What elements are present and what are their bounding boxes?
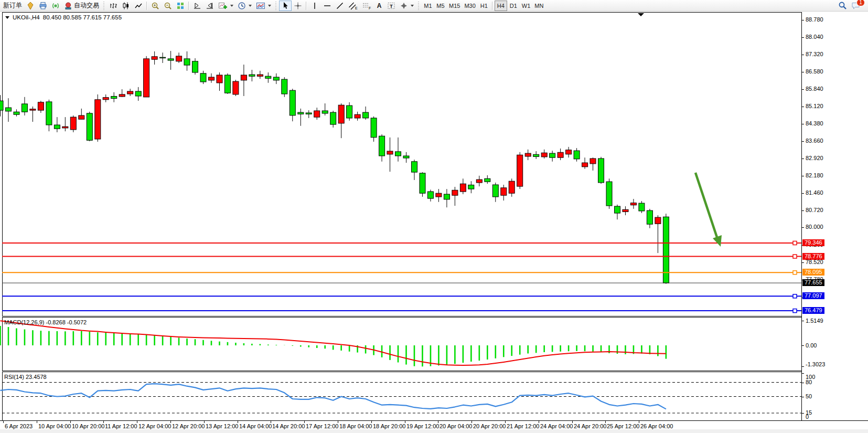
vertical-line-tool-button[interactable]	[308, 1, 321, 11]
candle-body	[298, 112, 304, 114]
timeframe-mn-button[interactable]: MN	[532, 1, 545, 11]
price-level-badge[interactable]: 76.479	[802, 307, 824, 314]
candle-body	[38, 102, 44, 110]
time-tick-label: 11 Apr 12:00	[105, 423, 137, 429]
toolbar-separator	[306, 2, 307, 10]
time-tick-label: 26 Apr 04:00	[640, 423, 673, 429]
time-tick-label: 12 Apr 04:00	[138, 423, 171, 429]
candle-body	[6, 108, 12, 111]
line-handle[interactable]	[793, 241, 797, 245]
timeframe-d1-button[interactable]: D1	[507, 1, 520, 11]
channel-tool-sub: E	[355, 6, 358, 10]
zoom-out-button[interactable]	[162, 1, 174, 11]
price-tick-mark	[802, 159, 804, 159]
time-tick-label: 17 Apr 12:00	[306, 423, 338, 429]
candle-body	[241, 75, 247, 80]
time-tick-label: 20 Apr 20:00	[473, 423, 506, 429]
search-button[interactable]	[836, 1, 849, 11]
fax-print-icon[interactable]	[37, 1, 49, 11]
line-handle[interactable]	[793, 294, 797, 298]
time-tick-label: 18 Apr 04:00	[339, 423, 372, 429]
timeframe-m1-button[interactable]: M1	[422, 1, 434, 11]
candle-body	[111, 97, 117, 99]
chevron-down-icon	[411, 5, 414, 7]
broadcast-signal-icon[interactable]	[49, 1, 62, 11]
candle-body	[168, 59, 174, 60]
time-tick-label: 19 Apr 12:00	[406, 423, 439, 429]
timeframe-m5-button[interactable]: M5	[434, 1, 447, 11]
time-tick-mark	[438, 421, 438, 423]
line-chart-type-button[interactable]	[132, 1, 145, 11]
candle-body	[176, 56, 182, 61]
time-tick-mark	[3, 421, 4, 423]
auto-trading-button[interactable]: 自动交易	[62, 1, 101, 11]
macd-tick-mark	[802, 366, 804, 367]
zoom-in-button[interactable]	[149, 1, 162, 11]
price-level-badge[interactable]: 78.095	[802, 269, 824, 276]
macd-tick-label: 0.00	[806, 342, 817, 348]
candle-body	[30, 109, 36, 110]
line-handle[interactable]	[793, 309, 797, 313]
cursor-tool-button[interactable]	[279, 1, 292, 11]
add-indicator-button[interactable]	[216, 1, 235, 11]
time-scale[interactable]: 6 Apr 202310 Apr 04:0010 Apr 20:0011 Apr…	[0, 421, 868, 429]
annotation-arrow-head	[713, 235, 722, 247]
timeframe-h1-button[interactable]: H1	[478, 1, 490, 11]
chevron-down-icon	[230, 5, 233, 7]
candle-body	[0, 101, 3, 110]
rsi-tick-label: 50	[806, 393, 812, 399]
candle-body	[184, 59, 190, 65]
trendline-tool-button[interactable]	[334, 1, 346, 11]
shapes-tool-button[interactable]	[398, 1, 416, 11]
svg-text:F: F	[369, 6, 371, 10]
candle-body	[330, 112, 336, 124]
price-level-badge[interactable]: 77.097	[802, 292, 824, 299]
tile-windows-button[interactable]	[174, 1, 187, 11]
time-tick-label: 21 Apr 12:00	[507, 423, 539, 429]
chart-window: UKOil-,H4 80.450 80.585 77.615 77.655 MA…	[0, 12, 868, 433]
price-tick-mark	[802, 124, 804, 124]
time-tick-mark	[238, 421, 238, 423]
notifications-chat-button[interactable]: 1	[849, 1, 863, 11]
seal-icon[interactable]	[24, 1, 37, 11]
candle-body	[452, 190, 458, 195]
price-level-badge[interactable]: 78.776	[802, 253, 824, 260]
rsi-panel-canvas[interactable]	[0, 372, 801, 420]
period-clock-button[interactable]	[235, 1, 254, 11]
line-handle[interactable]	[793, 255, 797, 258]
crosshair-tool-button[interactable]	[292, 1, 304, 11]
timeframe-m15-button[interactable]: M15	[447, 1, 462, 11]
rsi-tick-mark	[802, 413, 804, 414]
macd-label: MACD(12,26,9) -0.8268 -0.5072	[4, 319, 87, 325]
candle-body	[273, 77, 279, 80]
line-handle[interactable]	[793, 271, 797, 274]
price-scale[interactable]: 88.78088.04087.32086.58085.84085.12084.3…	[802, 12, 868, 433]
annotation-arrow[interactable]	[695, 173, 717, 237]
price-level-badge[interactable]: 77.655	[802, 279, 824, 286]
candlestick-chart-type-button[interactable]	[120, 1, 132, 11]
candle-body	[598, 159, 604, 183]
toolbar-grip	[274, 2, 278, 10]
time-tick-label: 14 Apr 20:00	[272, 423, 305, 429]
text-tool-button[interactable]: A	[373, 1, 385, 11]
timeframe-h4-button[interactable]: H4	[495, 1, 507, 11]
price-tick-label: 80.000	[806, 224, 823, 230]
bar-chart-type-button[interactable]	[107, 1, 120, 11]
equidistant-channel-tool-button[interactable]: E	[346, 1, 360, 11]
price-chart-canvas[interactable]	[0, 12, 801, 316]
chart-template-button[interactable]	[254, 1, 273, 11]
timeframe-w1-button[interactable]: W1	[520, 1, 533, 11]
macd-panel-canvas[interactable]	[0, 318, 801, 371]
time-tick-mark	[304, 421, 305, 423]
new-order-button[interactable]: 新订单	[1, 1, 24, 11]
price-level-badge[interactable]: 79.346	[802, 239, 824, 246]
chart-shift-button[interactable]	[203, 1, 216, 11]
auto-scroll-button[interactable]	[191, 1, 203, 11]
text-label-tool-button[interactable]: T	[385, 1, 398, 11]
timeframe-m30-button[interactable]: M30	[462, 1, 477, 11]
horizontal-line-tool-button[interactable]	[321, 1, 334, 11]
candle-body	[14, 112, 19, 114]
price-tick-label: 84.380	[806, 120, 823, 126]
time-tick-mark	[605, 421, 606, 423]
fibonacci-tool-button[interactable]: F	[360, 1, 373, 11]
